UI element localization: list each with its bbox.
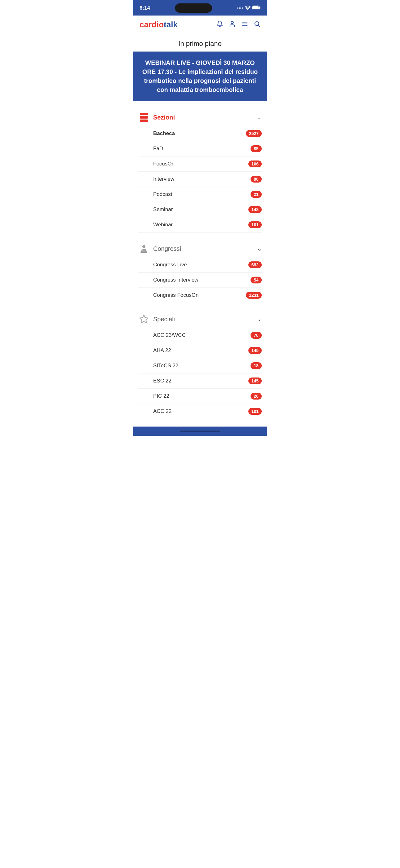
user-icon[interactable]: [229, 21, 236, 29]
header-icons: [216, 21, 261, 29]
dynamic-island: [175, 3, 212, 13]
speciali-item-pic22[interactable]: PIC 22 28: [138, 389, 262, 404]
sezioni-item-webinar[interactable]: Webinar 101: [138, 217, 262, 232]
congress-icon: [138, 243, 149, 254]
logo-cardio: cardio: [139, 20, 164, 29]
sezioni-chevron: ⌄: [257, 114, 262, 121]
home-indicator: [180, 431, 220, 432]
wifi-icon: [245, 6, 251, 11]
congressi-group: Congressi ⌄ Congress Live 692 Congress I…: [138, 240, 262, 303]
speciali-label: Speciali: [153, 316, 175, 323]
page-title: In primo piano: [133, 34, 267, 52]
sezioni-item-fad[interactable]: FaD 85: [138, 141, 262, 156]
congressi-header-left: Congressi: [138, 243, 181, 254]
sezioni-label: Sezioni: [153, 114, 175, 121]
speciali-group: Speciali ⌄ ACC 23/WCC 76 AHA 22 145 SITe…: [138, 310, 262, 419]
sezioni-item-podcast[interactable]: Podcast 21: [138, 187, 262, 202]
bottom-bar: [133, 427, 267, 436]
signal-icon: ••••: [237, 6, 243, 10]
svg-marker-13: [140, 315, 148, 323]
sezioni-item-focuson[interactable]: FocusOn 106: [138, 156, 262, 172]
logo-talk: talk: [164, 20, 178, 29]
speciali-item-aha22[interactable]: AHA 22 145: [138, 343, 262, 358]
svg-rect-1: [253, 6, 259, 9]
congressi-item-focuson[interactable]: Congress FocusOn 1231: [138, 288, 262, 303]
sezioni-header-left: Sezioni: [138, 112, 175, 123]
congressi-item-live[interactable]: Congress Live 692: [138, 257, 262, 273]
congressi-label: Congressi: [153, 245, 181, 252]
sezioni-item-seminar[interactable]: Seminar 148: [138, 202, 262, 217]
logo: cardiotalk: [139, 20, 178, 30]
sezioni-item-bacheca[interactable]: Bacheca 2527: [138, 126, 262, 141]
congressi-item-interview[interactable]: Congress Interview 54: [138, 273, 262, 288]
status-icons: ••••: [237, 6, 261, 11]
speciali-header[interactable]: Speciali ⌄: [138, 310, 262, 328]
svg-point-3: [231, 21, 233, 23]
bell-icon[interactable]: [216, 21, 223, 29]
banner-text: WEBINAR LIVE - GIOVEDÌ 30 MARZO ORE 17.3…: [142, 59, 258, 93]
svg-line-8: [258, 25, 260, 27]
speciali-chevron: ⌄: [257, 316, 262, 322]
star-icon: [138, 314, 149, 325]
speciali-item-esc22[interactable]: ESC 22 145: [138, 373, 262, 389]
speciali-item-acc23[interactable]: ACC 23/WCC 76: [138, 328, 262, 343]
congressi-chevron: ⌄: [257, 245, 262, 252]
svg-point-9: [143, 245, 145, 248]
status-time: 6:14: [139, 5, 150, 11]
svg-rect-2: [260, 7, 261, 9]
speciali-item-sitecs22[interactable]: SITeCS 22 18: [138, 358, 262, 373]
content-area: Sezioni ⌄ Bacheca 2527 FaD 85 FocusOn 10…: [133, 108, 267, 419]
speciali-header-left: Speciali: [138, 314, 175, 325]
status-bar: 6:14 ••••: [133, 0, 267, 16]
speciali-item-acc22[interactable]: ACC 22 101: [138, 404, 262, 419]
sezioni-group: Sezioni ⌄ Bacheca 2527 FaD 85 FocusOn 10…: [138, 108, 262, 232]
congressi-header[interactable]: Congressi ⌄: [138, 240, 262, 257]
banner[interactable]: WEBINAR LIVE - GIOVEDÌ 30 MARZO ORE 17.3…: [133, 52, 267, 101]
battery-icon: [253, 6, 261, 11]
sezioni-item-interview[interactable]: Interview 86: [138, 172, 262, 187]
menu-icon[interactable]: [241, 21, 248, 29]
app-header: cardiotalk: [133, 16, 267, 34]
sezioni-header[interactable]: Sezioni ⌄: [138, 108, 262, 126]
search-icon[interactable]: [254, 21, 261, 29]
layers-icon: [138, 112, 149, 123]
